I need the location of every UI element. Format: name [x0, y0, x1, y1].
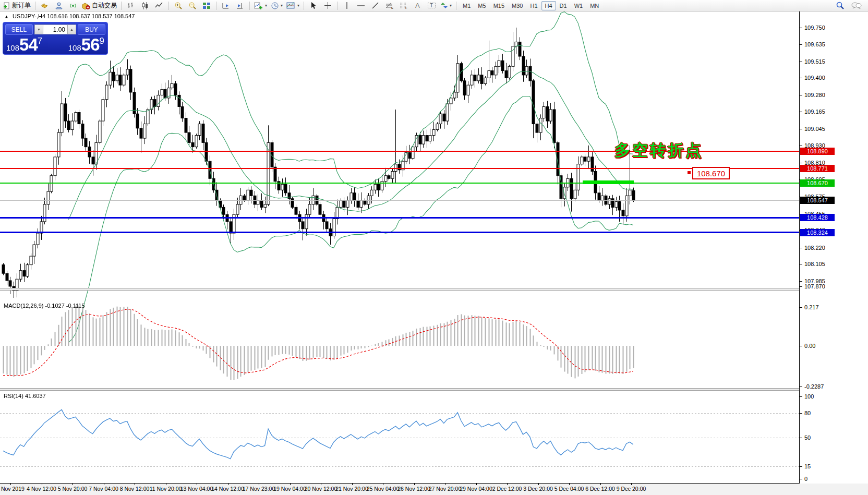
- price-tick-mark: [800, 146, 802, 146]
- current-price-line[interactable]: [0, 200, 799, 201]
- price-axis[interactable]: 109.750109.635109.515109.400109.280109.1…: [800, 11, 868, 484]
- time-tick-mark: [73, 483, 73, 485]
- rsi-tick-label: 15: [804, 463, 811, 469]
- time-tick-mark: [414, 483, 415, 485]
- volume-increase-button[interactable]: ▲: [67, 25, 76, 34]
- rsi-tick-mark: [800, 479, 802, 479]
- level-line-108.428[interactable]: [0, 217, 799, 219]
- macd-tick-mark: [800, 346, 802, 346]
- trend-highlight-segment[interactable]: [583, 180, 634, 184]
- macd-tick-label: -0.2287: [804, 383, 824, 390]
- symbol-quote-line: ▲ USDJPY-,H4 108.616 108.637 108.537 108…: [4, 13, 135, 19]
- time-tick-mark: [445, 483, 445, 485]
- rsi-pane-label: RSI(14) 41.6037: [4, 393, 46, 399]
- time-tick-label: 8 Nov 12:00: [120, 486, 150, 492]
- price-tick-label: 109.045: [804, 126, 825, 132]
- time-tick-mark: [228, 483, 228, 485]
- rsi-tick-label: 100: [804, 393, 814, 400]
- time-tick-label: 2 Dec 12:00: [492, 486, 522, 492]
- time-tick-mark: [352, 483, 353, 485]
- time-tick-label: 27 Nov 20:00: [429, 486, 461, 492]
- time-tick-label: 3 Dec 20:00: [523, 486, 553, 492]
- level-line-108.771[interactable]: [0, 168, 799, 169]
- price-tick-mark: [800, 112, 802, 112]
- volume-control: ▼ 1.00 ▲: [34, 25, 76, 34]
- rsi-tick-mark: [800, 438, 802, 438]
- level-line-108.324[interactable]: [0, 232, 799, 233]
- time-axis[interactable]: 1 Nov 20194 Nov 12:005 Nov 20:007 Nov 04…: [0, 484, 868, 495]
- time-tick-mark: [600, 483, 601, 485]
- price-tick-label: 108.220: [804, 245, 825, 251]
- time-tick-mark: [321, 483, 321, 485]
- price-tick-label: 109.635: [804, 41, 825, 47]
- ask-pips: 56: [81, 36, 100, 53]
- time-tick-label: 9 Dec 20:00: [617, 486, 646, 492]
- price-chart-canvas[interactable]: [0, 0, 868, 495]
- time-tick-label: 5 Nov 20:00: [58, 486, 88, 492]
- ask-pipette: 9: [100, 37, 104, 45]
- time-tick-label: 26 Nov 12:00: [397, 486, 430, 492]
- price-tick-mark: [800, 163, 802, 163]
- time-tick-label: 5 Dec 04:00: [554, 486, 584, 492]
- price-tag-108.771: 108.771: [800, 165, 835, 172]
- time-tick-label: 4 Nov 12:00: [27, 486, 56, 492]
- price-tick-label: 109.515: [804, 58, 825, 65]
- macd-tick-mark: [800, 387, 802, 387]
- one-click-trading-panel: SELL ▼ 1.00 ▲ BUY 108 54 7 108 56 9: [3, 22, 108, 55]
- rsi-tick-label: 50: [804, 434, 811, 441]
- macd-pane-label: MACD(12,26,9) -0.1027 -0.1115: [4, 303, 85, 309]
- price-tick-label: 107.870: [804, 283, 825, 289]
- time-tick-label: 14 Nov 12:00: [211, 486, 244, 492]
- price-tick-label: 109.400: [804, 75, 825, 81]
- pane-splitter[interactable]: [0, 388, 868, 391]
- price-tick-label: 109.165: [804, 108, 825, 115]
- price-tick-mark: [800, 28, 802, 28]
- price-tag-108.670: 108.670: [800, 179, 835, 187]
- volume-input[interactable]: 1.00: [43, 25, 67, 34]
- bid-price[interactable]: 108 54 7: [6, 36, 42, 53]
- level-line-108.670[interactable]: [0, 183, 799, 184]
- rsi-tick-mark: [800, 413, 802, 414]
- price-tick-label: 108.105: [804, 261, 825, 267]
- time-tick-label: 13 Nov 04:00: [180, 486, 213, 492]
- time-tick-label: 1 Nov 2019: [0, 486, 25, 492]
- price-tick-mark: [800, 286, 802, 287]
- time-tick-label: 11 Nov 20:00: [150, 486, 182, 492]
- collapse-marker-icon[interactable]: ▲: [4, 14, 9, 19]
- time-tick-mark: [507, 483, 508, 485]
- ask-price[interactable]: 108 56 9: [68, 36, 104, 53]
- price-tick-label: 109.280: [804, 92, 825, 98]
- time-tick-label: 21 Nov 20:00: [335, 486, 368, 492]
- volume-decrease-button[interactable]: ▼: [34, 25, 43, 34]
- rsi-tick-mark: [800, 396, 802, 397]
- time-tick-mark: [259, 483, 259, 485]
- macd-tick-mark: [800, 307, 802, 308]
- time-tick-mark: [104, 483, 104, 485]
- bid-pipette: 7: [38, 37, 42, 45]
- symbol-period: USDJPY-,H4: [13, 13, 45, 19]
- current-price-tag: 108.547: [800, 197, 835, 204]
- time-tick-label: 25 Nov 04:00: [367, 486, 399, 492]
- price-tick-mark: [800, 62, 802, 62]
- time-tick-mark: [197, 483, 197, 485]
- time-tick-label: 20 Nov 12:00: [305, 486, 337, 492]
- time-tick-mark: [569, 483, 570, 485]
- price-tick-mark: [800, 129, 802, 129]
- buy-button[interactable]: BUY: [78, 24, 105, 35]
- time-tick-label: 29 Nov 04:00: [460, 486, 492, 492]
- mt4-window: 新订单 自动交易 ▾ ▾ ▾ E F A T ▾: [0, 0, 868, 495]
- rsi-tick-label: 0: [804, 476, 807, 482]
- time-tick-label: 6 Dec 12:00: [585, 486, 615, 492]
- pane-splitter[interactable]: [0, 288, 868, 291]
- rsi-tick-label: 80: [804, 410, 811, 416]
- time-tick-label: 7 Nov 04:00: [89, 486, 118, 492]
- price-tick-mark: [800, 264, 802, 264]
- price-callout-label[interactable]: 108.670: [692, 167, 730, 179]
- bid-pips: 54: [19, 36, 38, 53]
- macd-tick-label: 0.00: [804, 343, 815, 349]
- callout-anchor: [688, 171, 691, 174]
- price-tick-mark: [800, 95, 802, 95]
- rsi-tick-mark: [800, 466, 802, 467]
- sell-button[interactable]: SELL: [5, 24, 33, 35]
- quote-ohlc: 108.616 108.637 108.537 108.547: [47, 13, 135, 19]
